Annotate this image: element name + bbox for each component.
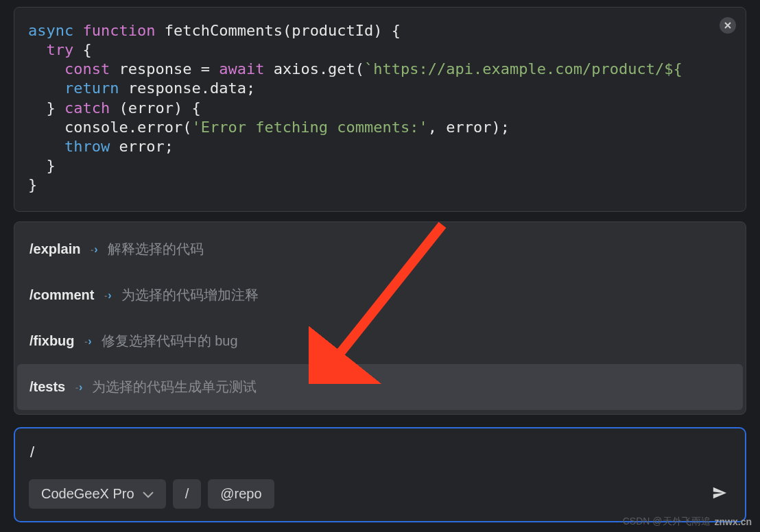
command-label: /fixbug <box>29 333 75 349</box>
chat-input[interactable]: / <box>29 441 731 479</box>
command-description: 解释选择的代码 <box>108 240 204 258</box>
model-label: CodeGeeX Pro <box>41 486 134 502</box>
suggestion-tests[interactable]: /tests ··› 为选择的代码生成单元测试 <box>17 364 743 410</box>
model-selector[interactable]: CodeGeeX Pro <box>29 479 166 509</box>
watermark-text: CSDN @天外飞雨追 <box>623 516 711 528</box>
slash-label: / <box>185 486 189 502</box>
repo-label: @repo <box>220 486 261 502</box>
send-icon <box>712 485 727 500</box>
command-label: /explain <box>29 241 80 257</box>
code-block: async function fetchComments(productId) … <box>28 21 732 195</box>
command-label: /tests <box>29 379 65 395</box>
repo-chip[interactable]: @repo <box>208 479 274 509</box>
command-description: 为选择的代码生成单元测试 <box>92 378 257 396</box>
command-description: 为选择的代码增加注释 <box>121 286 259 304</box>
suggestion-fixbug[interactable]: /fixbug ··› 修复选择代码中的 bug <box>14 318 746 364</box>
suggestion-comment[interactable]: /comment ··› 为选择的代码增加注释 <box>14 272 746 318</box>
chevron-down-icon <box>143 486 154 502</box>
send-button[interactable] <box>708 481 731 507</box>
suggestion-explain[interactable]: /explain ··› 解释选择的代码 <box>14 226 746 272</box>
slash-chip[interactable]: / <box>173 479 202 509</box>
arrow-icon: ··› <box>90 243 97 256</box>
input-toolbar: CodeGeeX Pro / @repo <box>29 479 731 509</box>
close-icon <box>724 22 731 29</box>
chat-input-panel: / CodeGeeX Pro / @repo <box>14 427 746 522</box>
arrow-icon: ··› <box>104 289 111 302</box>
watermark: CSDN @天外飞雨追 znwx.cn <box>623 516 752 528</box>
arrow-icon: ··› <box>84 335 92 348</box>
command-label: /comment <box>29 287 94 303</box>
watermark-brand: znwx.cn <box>715 516 752 527</box>
arrow-icon: ··› <box>75 381 82 394</box>
close-button[interactable] <box>720 17 736 34</box>
code-panel: async function fetchComments(productId) … <box>14 7 746 212</box>
suggestions-panel: /explain ··› 解释选择的代码 /comment ··› 为选择的代码… <box>14 221 746 415</box>
command-description: 修复选择代码中的 bug <box>102 332 238 350</box>
